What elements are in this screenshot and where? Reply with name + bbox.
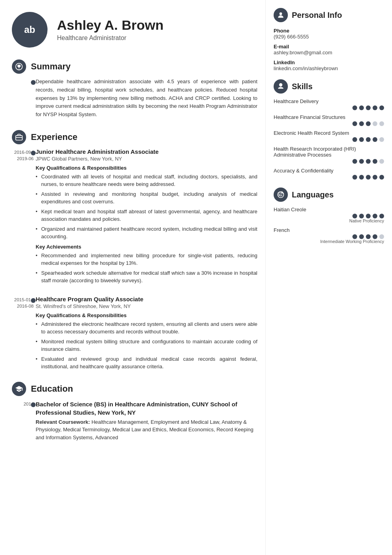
edu-item-1: 2014 Bachelor of Science (BS) in Healthc…: [36, 400, 257, 442]
job-content-2: Healthcare Program Quality Associate St.…: [36, 296, 257, 371]
skill-dot: [359, 105, 364, 110]
summary-header: Summary: [12, 59, 257, 74]
education-section: Education 2014 Bachelor of Science (BS) …: [12, 382, 257, 442]
skill-name-1: Healthcare Financial Structures: [274, 114, 384, 120]
job-qual-heading-2: Key Qualifications & Responsibilities: [36, 312, 257, 318]
list-item: Coordinated with all levels of hospital …: [36, 173, 257, 188]
resume-header: ab Ashley A. Brown Healthcare Administra…: [12, 12, 257, 48]
skill-dot: [373, 175, 377, 180]
edu-degree-1: Bachelor of Science (BS) in Healthcare A…: [36, 400, 257, 417]
lang-proficiency-1: Intermediate Working Proficiency: [274, 239, 384, 244]
experience-timeline: 2016-09 -2019-06 Junior Healthcare Admin…: [12, 148, 257, 371]
skill-dot: [359, 159, 364, 164]
lang-dot: [352, 214, 357, 218]
lang-dots-0: [274, 214, 384, 218]
email-value: ashley.brown@gmail.com: [274, 50, 384, 56]
skills-title: Skills: [292, 82, 312, 91]
edu-date-1: 2014: [12, 401, 34, 407]
lang-dot: [359, 214, 364, 218]
skill-name-3: Health Research Incorporated (HRI) Admin…: [274, 146, 384, 158]
skill-dot: [379, 105, 384, 110]
skills-list: Healthcare DeliveryHealthcare Financial …: [274, 98, 384, 180]
right-column: Personal Info Phone (929) 666-5555 E-mai…: [265, 0, 392, 555]
skill-dot: [352, 159, 357, 164]
job-qual-list-1: Coordinated with all levels of hospital …: [36, 173, 257, 241]
list-item: Monitored medical system billing structu…: [36, 338, 257, 353]
languages-list: Haitian CreoleNative ProficiencyFrenchIn…: [274, 207, 384, 244]
job-content-1: Junior Healthcare Administration Associa…: [36, 148, 257, 285]
skill-dot: [352, 105, 357, 110]
lang-dots-1: [274, 234, 384, 239]
experience-section: Experience 2016-09 -2019-06 Junior Healt…: [12, 130, 257, 371]
skills-icon: [274, 79, 288, 94]
skill-dot: [352, 175, 357, 180]
phone-row: Phone (929) 666-5555: [274, 28, 384, 40]
skill-name-2: Electronic Health Record System: [274, 130, 384, 136]
svg-rect-2: [16, 136, 23, 140]
header-info: Ashley A. Brown Healthcare Administrator: [57, 18, 164, 41]
skill-dot: [379, 137, 384, 142]
skill-dots-0: [274, 105, 384, 110]
avatar: ab: [12, 12, 48, 48]
email-row: E-mail ashley.brown@gmail.com: [274, 44, 384, 56]
list-item: Administered the electronic healthcare r…: [36, 320, 257, 336]
job-qual-list-2: Administered the electronic healthcare r…: [36, 320, 257, 371]
summary-title: Summary: [31, 61, 70, 72]
edu-dot-1: [31, 402, 36, 407]
skill-dot: [373, 121, 377, 126]
skill-dots-2: [274, 137, 384, 142]
summary-text: Dependable healthcare administration ass…: [36, 78, 257, 119]
summary-section: Summary Dependable healthcare administra…: [12, 59, 257, 119]
job-company-2: St. Winifred's of Shireshoe, New York, N…: [36, 303, 257, 309]
job-ach-list-1: Recommended and implemented new billing …: [36, 252, 257, 285]
job-title-1: Junior Healthcare Administration Associa…: [36, 148, 257, 155]
languages-title: Languages: [292, 190, 334, 199]
experience-icon: [12, 130, 26, 144]
summary-block: Dependable healthcare administration ass…: [12, 78, 257, 119]
job-ach-heading-1: Key Achievements: [36, 244, 257, 250]
list-item: Kept medical team and hospital staff abr…: [36, 208, 257, 223]
languages-icon: [274, 188, 288, 202]
linkedin-row: LinkedIn linkedin.com/in/ashleybrown: [274, 59, 384, 71]
lang-proficiency-0: Native Proficiency: [274, 218, 384, 223]
skill-dot: [359, 137, 364, 142]
skill-name-4: Accuracy & Confidentiality: [274, 168, 384, 174]
skill-dot: [366, 105, 371, 110]
lang-dot: [379, 234, 384, 239]
skill-dot: [366, 175, 371, 180]
skill-dots-3: [274, 159, 384, 164]
email-label: E-mail: [274, 44, 384, 50]
skill-dot: [352, 137, 357, 142]
skill-item-4: Accuracy & Confidentiality: [274, 168, 384, 180]
edu-content-1: Bachelor of Science (BS) in Healthcare A…: [36, 400, 257, 442]
experience-header: Experience: [12, 130, 257, 144]
skill-dot: [366, 137, 371, 142]
edu-coursework-1: Relevant Coursework: Healthcare Manageme…: [36, 418, 257, 442]
languages-header: Languages: [274, 188, 384, 202]
skill-name-0: Healthcare Delivery: [274, 98, 384, 104]
svg-point-1: [19, 69, 19, 69]
education-header: Education: [12, 382, 257, 396]
list-item: Assisted in reviewing and monitoring hos…: [36, 190, 257, 206]
skill-dots-4: [274, 175, 384, 180]
skill-dot: [359, 121, 364, 126]
skill-dot: [373, 159, 377, 164]
phone-value: (929) 666-5555: [274, 34, 384, 40]
candidate-name: Ashley A. Brown: [57, 18, 164, 33]
coursework-label: Relevant Coursework:: [36, 419, 90, 425]
lang-dot: [359, 234, 364, 239]
job-title-2: Healthcare Program Quality Associate: [36, 296, 257, 302]
timeline-dot-2: [31, 298, 36, 303]
job-date-2: 2015-01 -2016-08: [12, 297, 34, 309]
skill-item-2: Electronic Health Record System: [274, 130, 384, 142]
job-item-2: 2015-01 -2016-08 Healthcare Program Qual…: [36, 296, 257, 371]
lang-dot: [379, 214, 384, 218]
list-item: Organized and maintained patient healthc…: [36, 225, 257, 241]
skill-dot: [379, 121, 384, 126]
linkedin-value: linkedin.com/in/ashleybrown: [274, 65, 384, 71]
phone-label: Phone: [274, 28, 384, 34]
job-date-1: 2016-09 -2019-06: [12, 149, 34, 162]
skill-item-1: Healthcare Financial Structures: [274, 114, 384, 126]
personal-info-title: Personal Info: [292, 11, 342, 20]
job-company-1: JPWC Global Partners, New York, NY: [36, 156, 257, 162]
